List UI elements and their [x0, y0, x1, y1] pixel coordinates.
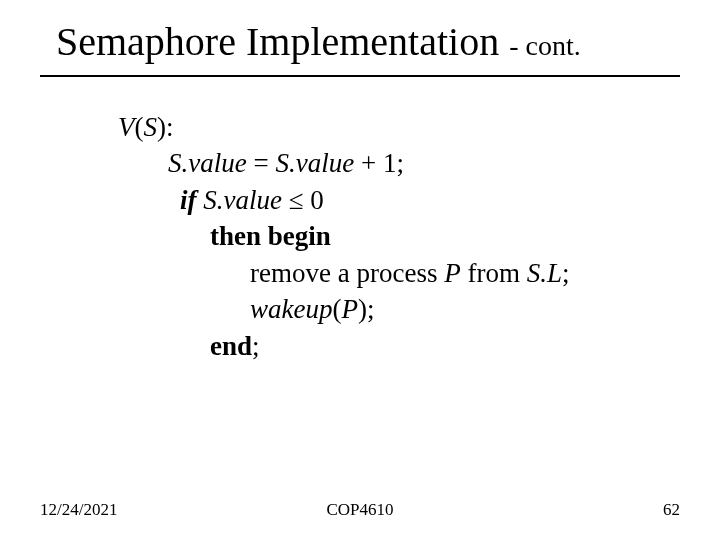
code-text: remove a process — [250, 258, 444, 288]
code-text: end — [210, 331, 252, 361]
code-text: P — [341, 294, 358, 324]
code-text: ; — [562, 258, 570, 288]
code-text: ); — [358, 294, 375, 324]
footer-course: COP4610 — [326, 500, 393, 520]
code-text: V — [118, 112, 135, 142]
code-text: ; — [252, 331, 260, 361]
code-text: from — [461, 258, 527, 288]
code-text: S — [144, 112, 158, 142]
code-text: ( — [135, 112, 144, 142]
code-line-2: S.value = S.value + 1; — [118, 145, 670, 181]
code-text: wakeup — [250, 294, 332, 324]
code-text: then begin — [210, 221, 331, 251]
footer-date: 12/24/2021 — [40, 500, 117, 520]
code-text: S.value — [168, 148, 247, 178]
code-text: + 1; — [354, 148, 404, 178]
code-text: ): — [157, 112, 174, 142]
code-line-5: remove a process P from S.L; — [118, 255, 670, 291]
code-line-6: wakeup(P); — [118, 291, 670, 327]
code-text: = — [247, 148, 276, 178]
code-line-1: V(S): — [118, 109, 670, 145]
code-text: P — [444, 258, 461, 288]
code-text: if — [180, 185, 203, 215]
slide: Semaphore Implementation - cont. V(S): S… — [0, 0, 720, 540]
code-body: V(S): S.value = S.value + 1; if S.value … — [0, 77, 720, 364]
footer-page-number: 62 — [663, 500, 680, 520]
code-line-7: end; — [118, 328, 670, 364]
slide-title-suffix: - cont. — [509, 30, 581, 61]
code-text: ≤ 0 — [282, 185, 324, 215]
code-text: S.value — [203, 185, 282, 215]
code-text: S.value — [275, 148, 354, 178]
code-line-3: if S.value ≤ 0 — [118, 182, 670, 218]
slide-title: Semaphore Implementation — [56, 19, 499, 64]
code-line-4: then begin — [118, 218, 670, 254]
title-area: Semaphore Implementation - cont. — [0, 0, 720, 65]
code-text: S.L — [527, 258, 562, 288]
